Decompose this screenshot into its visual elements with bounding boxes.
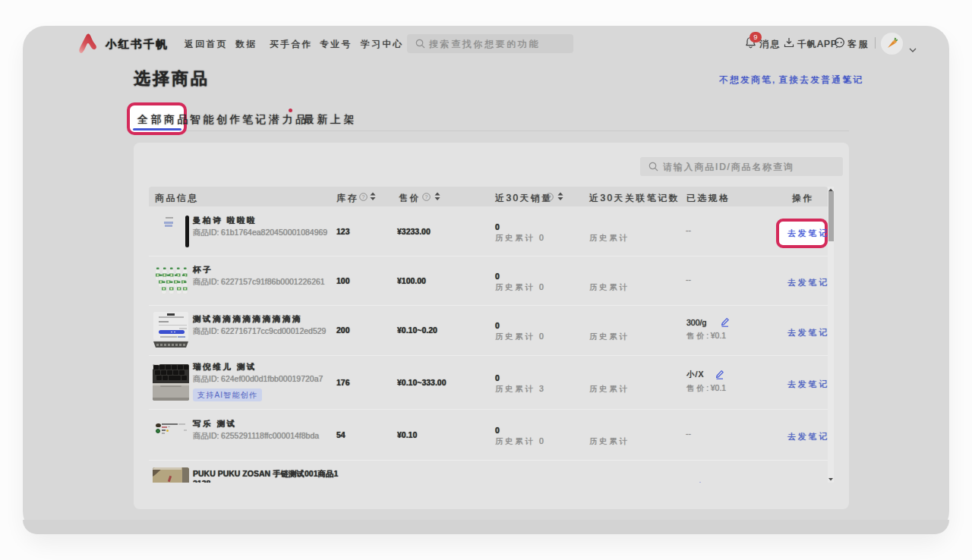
svg-text:?: ?: [362, 194, 365, 200]
svg-text:?: ?: [548, 194, 551, 200]
svg-text:?: ?: [425, 194, 428, 200]
